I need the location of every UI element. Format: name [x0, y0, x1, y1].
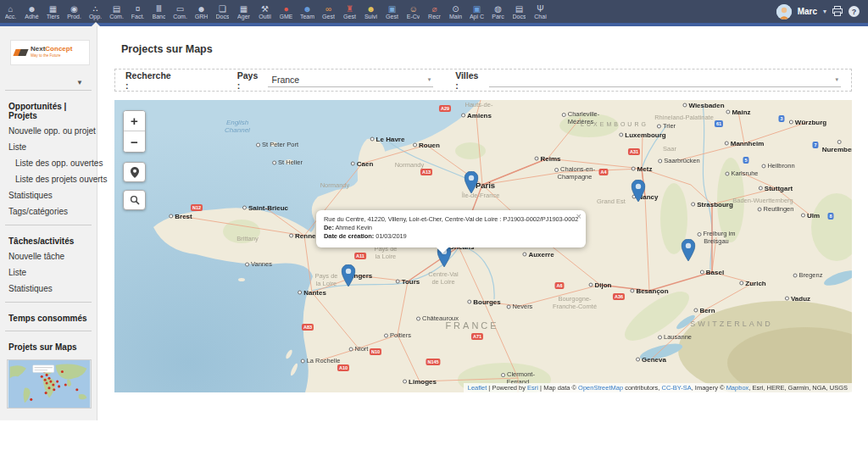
nav-item-suivi-17[interactable]: ☻Suivi: [360, 0, 381, 23]
villes-select[interactable]: ▾: [489, 73, 841, 87]
nav-item-chai-25[interactable]: ΨChai: [530, 0, 551, 23]
pays-select[interactable]: France ▾: [268, 73, 433, 87]
sidebar-item-statistiques[interactable]: Statistiques: [0, 187, 97, 203]
sidebar-collapse-caret[interactable]: ▼: [5, 70, 92, 91]
world-minimap[interactable]: [7, 359, 92, 409]
print-icon[interactable]: [832, 6, 843, 18]
nav-item-label: Banc: [153, 14, 166, 20]
top-nav-right: Marc ▾ ?: [776, 0, 868, 23]
attribution-link-openstreetmap[interactable]: OpenStreetMap: [578, 384, 623, 392]
popup-date-value: 01/03/2019: [376, 232, 407, 240]
nav-item-recr-20[interactable]: ⌀Recr: [424, 0, 445, 23]
popup-address: Rue du Centre, 41220, Villeny, Loir-et-C…: [324, 215, 572, 224]
sidebar-item-statistiques[interactable]: Statistiques: [0, 281, 97, 297]
nav-item-acc-0[interactable]: ⌂Acc.: [0, 0, 21, 23]
sidebar-header-opportunit-s-projets[interactable]: Opportunités | Projets: [0, 96, 97, 123]
invoice-icon: ¤: [136, 4, 141, 14]
attribution-link-esri[interactable]: Esri: [527, 384, 538, 392]
briefcase-icon: ▤: [113, 4, 120, 14]
zoom-in-button[interactable]: +: [124, 111, 145, 131]
parc-icon: ◍: [494, 4, 502, 14]
tiers-icon: ▦: [49, 4, 57, 14]
bank-icon: Ⅲ: [156, 4, 162, 14]
minimap-pin-icon: [64, 383, 67, 386]
nav-item-gest-16[interactable]: ♜Gest: [339, 0, 360, 23]
page-title: Projects sur Maps: [121, 43, 852, 55]
nav-item-label: Adhé: [25, 14, 38, 20]
nav-item-e-cv-19[interactable]: ☺E-Cv: [403, 0, 424, 23]
nav-item-label: Com.: [109, 14, 124, 20]
nav-item-com-8[interactable]: ▭Com.: [170, 0, 191, 23]
nav-item-main-21[interactable]: ⊙Main: [445, 0, 466, 23]
top-nav-items: ⌂Acc.☻Adhé▦Tiers◉Prod.∴Opp.▤Com.¤Fact.ⅢB…: [0, 0, 551, 23]
attribution-text: | Powered by: [487, 384, 527, 392]
documents-icon: ❏: [219, 4, 226, 14]
marker-tool-button[interactable]: [123, 162, 146, 182]
tools-icon: ⚒: [261, 4, 269, 14]
nav-item-opp-4[interactable]: ∴Opp.: [85, 0, 106, 23]
sidebar-header-projets-sur-maps[interactable]: Projets sur Maps: [0, 336, 97, 354]
minimap-pin-icon: [45, 392, 47, 394]
minimap-pin-icon: [46, 374, 48, 376]
minimap-pin-icon: [41, 375, 43, 378]
nav-item-team-14[interactable]: ☻Team: [297, 0, 318, 23]
user-name[interactable]: Marc: [798, 7, 817, 16]
nav-item-api-c-22[interactable]: ▣Api C: [466, 0, 487, 23]
attribution-link-cc-by-sa[interactable]: CC-BY-SA: [662, 384, 692, 392]
sidebar-item-liste[interactable]: Liste: [0, 139, 97, 155]
map-controls: + −: [123, 110, 146, 210]
nav-item-prod-3[interactable]: ◉Prod.: [64, 0, 85, 23]
recherche-label: Recherche :: [125, 70, 176, 91]
nav-item-label: Docs: [216, 14, 230, 20]
marker-nancy[interactable]: [632, 180, 646, 202]
nav-item-parc-23[interactable]: ◍Parc: [487, 0, 509, 23]
popup-close-icon[interactable]: ×: [576, 212, 581, 221]
sidebar-item-nouvelle-t-che[interactable]: Nouvelle tâche: [0, 248, 97, 264]
nav-item-com-5[interactable]: ▤Com.: [106, 0, 127, 23]
opportunities-icon: ∴: [92, 4, 97, 14]
marker-paris[interactable]: [465, 171, 479, 193]
leaflet-map[interactable]: English ChannelHauts-de-AmiensSt Peter P…: [114, 100, 852, 392]
help-icon[interactable]: ?: [849, 6, 860, 17]
attribution-link-mapbox[interactable]: Mapbox: [726, 384, 749, 392]
nav-item-fact-6[interactable]: ¤Fact.: [127, 0, 148, 23]
sidebar: NextConcept Way to the Future ▼ Opportun…: [0, 26, 97, 420]
map-search-button[interactable]: [123, 190, 146, 210]
nav-item-label: GME: [280, 14, 293, 20]
ecv-icon: ☺: [409, 4, 417, 14]
nav-item-banc-7[interactable]: ⅢBanc: [148, 0, 170, 23]
tracking-icon: ☻: [366, 4, 376, 14]
nav-item-docs-24[interactable]: ▤Docs: [509, 0, 530, 23]
nav-item-gest-15[interactable]: ∞Gest: [318, 0, 339, 23]
nav-item-docs-10[interactable]: ❏Docs: [212, 0, 233, 23]
pin-icon: [131, 167, 139, 178]
nav-item-ager-11[interactable]: ▦Ager: [233, 0, 254, 23]
nav-item-gest-18[interactable]: ▣Gest: [381, 0, 403, 23]
sidebar-header-t-ches-activit-s[interactable]: Tâches/activités: [0, 231, 97, 248]
pays-chevron-down-icon: ▾: [428, 76, 434, 83]
sidebar-item-nouvelle-opp-ou-projet[interactable]: Nouvelle opp. ou projet: [0, 123, 97, 139]
nav-item-gme-13[interactable]: ●GME: [275, 0, 297, 23]
sidebar-item-liste-des-projets-ouverts[interactable]: Liste des projets ouverts: [0, 171, 97, 187]
hr-icon: ☻: [197, 4, 206, 14]
nav-item-label: Ager: [237, 14, 250, 20]
marker-basel[interactable]: [682, 239, 696, 261]
sidebar-item-liste-des-opp-ouvertes[interactable]: Liste des opp. ouvertes: [0, 155, 97, 171]
minimap-pin-icon: [30, 398, 32, 401]
user-menu-chevron-icon[interactable]: ▾: [823, 8, 826, 15]
attribution-link-leaflet[interactable]: Leaflet: [468, 384, 487, 392]
nav-item-tiers-2[interactable]: ▦Tiers: [42, 0, 64, 23]
nav-item-grh-9[interactable]: ☻GRH: [191, 0, 212, 23]
nav-item-label: GRH: [195, 14, 209, 20]
nav-item-adh-1[interactable]: ☻Adhé: [21, 0, 42, 23]
recruitment-icon: ⌀: [431, 4, 437, 14]
main-content: Projects sur Maps Recherche : Pays : Fra…: [97, 26, 868, 392]
sidebar-item-liste[interactable]: Liste: [0, 264, 97, 281]
marker-angers[interactable]: [342, 264, 356, 286]
nav-item-outil-12[interactable]: ⚒Outil: [254, 0, 275, 23]
user-avatar[interactable]: [776, 4, 792, 19]
zoom-out-button[interactable]: −: [124, 131, 145, 152]
sidebar-item-tags-cat-gories[interactable]: Tags/catégories: [0, 203, 97, 220]
popup-de-label: De:: [324, 224, 334, 231]
sidebar-header-temps-consomm-s[interactable]: Temps consommés: [0, 308, 97, 325]
